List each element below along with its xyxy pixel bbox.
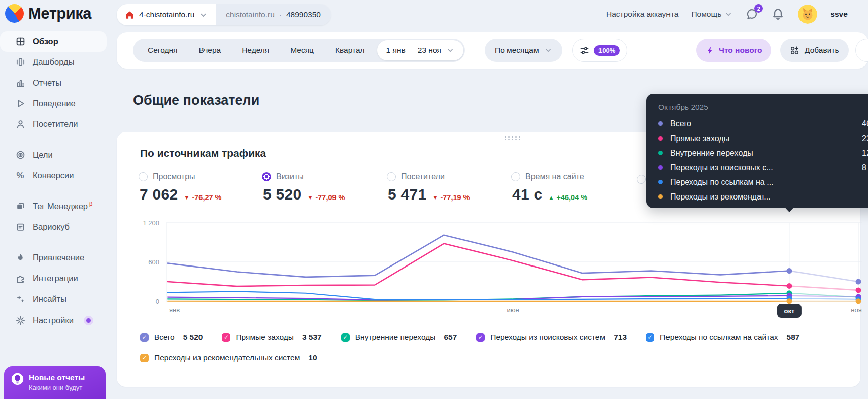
metric-radio[interactable] — [387, 172, 396, 181]
arrow-down-icon: ▼ — [308, 194, 313, 201]
metric-value: 5 471 — [388, 186, 427, 203]
metric-radio[interactable] — [262, 172, 271, 181]
dashboards-icon — [15, 57, 25, 68]
sidebar-item-settings[interactable]: Настройки — [0, 310, 107, 331]
legend-value: 5 520 — [183, 332, 203, 342]
legend-item-1[interactable]: ✓Всего5 520 — [140, 332, 203, 342]
tooltip-series-value: 23 — [862, 134, 868, 143]
chevron-down-icon — [544, 46, 552, 54]
add-widget-button[interactable]: Добавить — [780, 39, 849, 62]
sidebar-item-label: Цели — [33, 150, 53, 160]
sidebar-item-reports[interactable]: Отчеты — [0, 73, 107, 93]
new-indicator-dot — [86, 318, 91, 323]
metric-value-row: 5 471▼-77,19 % — [387, 186, 470, 203]
legend-item-2[interactable]: ✓Прямые заходы3 537 — [222, 332, 321, 342]
date-range-picker[interactable]: 1 янв — 23 ноя — [377, 40, 463, 60]
sampling-badge: 100% — [594, 45, 620, 56]
period-tab-4[interactable]: Месяц — [280, 39, 324, 62]
metric-value-row: 5 520▼-77,09 % — [262, 186, 345, 203]
legend-item-6[interactable]: ✓Переходы из рекомендательных систем10 — [140, 353, 317, 362]
legend-checkbox[interactable]: ✓ — [646, 333, 654, 342]
promo-title: Новые отчеты — [29, 373, 85, 383]
sidebar-item-conversions[interactable]: %Конверсии — [0, 165, 107, 186]
legend-item-3[interactable]: ✓Внутренние переходы657 — [341, 332, 457, 342]
sidebar-item-label: Инсайты — [33, 294, 66, 304]
legend-item-4[interactable]: ✓Переходы из поисковых систем713 — [476, 332, 627, 342]
tagmanager-icon — [15, 201, 25, 211]
metric-delta: ▲+46,04 % — [549, 193, 588, 202]
metric-label: Визиты — [276, 172, 304, 181]
counter-info[interactable]: chistotainfo.ru · 48990350 — [216, 4, 331, 25]
counter-pill: 4-chistotainfo.ru chistotainfo.ru · 4899… — [117, 4, 331, 25]
help-menu[interactable]: Помощь — [691, 10, 732, 19]
delta-value: -76,27 % — [192, 193, 221, 202]
separator: · — [279, 10, 282, 19]
user-name[interactable]: ssve — [830, 10, 847, 19]
visitors-icon — [15, 119, 25, 129]
period-tab-2[interactable]: Вчера — [188, 39, 231, 62]
period-tab-3[interactable]: Неделя — [231, 39, 280, 62]
arrow-up-icon: ▲ — [549, 194, 554, 201]
sampling-settings-button[interactable]: 100% — [572, 39, 627, 62]
notifications-button[interactable] — [772, 8, 785, 21]
period-tab-5[interactable]: Квартал — [324, 39, 375, 62]
sidebar-item-visitors[interactable]: Посетители — [0, 114, 107, 135]
legend-checkbox[interactable]: ✓ — [341, 333, 350, 342]
period-tab-1[interactable]: Сегодня — [137, 39, 188, 62]
legend-value: 3 537 — [302, 332, 322, 342]
messages-button[interactable]: 2 — [746, 8, 759, 21]
sidebar-item-label: Интеграции — [33, 274, 78, 283]
legend-checkbox[interactable]: ✓ — [140, 354, 149, 362]
sidebar: ОбзорДашбордыОтчетыПоведениеПосетителиЦе… — [0, 28, 110, 399]
user-avatar[interactable] — [798, 5, 817, 24]
account-settings-link[interactable]: Настройка аккаунта — [606, 10, 678, 19]
sidebar-item-acquisition[interactable]: Привлечение — [0, 247, 107, 268]
grouping-select[interactable]: По месяцам — [485, 39, 562, 62]
legend-item-5[interactable]: ✓Переходы по ссылкам на сайтах587 — [646, 332, 799, 342]
sidebar-item-label: Поведение — [33, 99, 76, 108]
sidebar-item-variocube[interactable]: Вариокуб — [0, 217, 107, 237]
sidebar-item-overview[interactable]: Обзор — [0, 31, 107, 52]
current-counter-name: 4-chistotainfo.ru — [139, 10, 194, 19]
add-grid-icon — [790, 46, 799, 55]
metrika-logo[interactable]: Метрика — [5, 4, 91, 23]
kebab-menu-icon — [866, 46, 868, 55]
period-segmented-control: СегодняВчераНеделяМесяцКвартал 1 янв — 2… — [133, 39, 465, 62]
legend-checkbox[interactable]: ✓ — [476, 333, 485, 342]
messages-badge: 2 — [754, 4, 763, 13]
series-dot — [658, 151, 663, 155]
sidebar-item-behavior[interactable]: Поведение — [0, 93, 107, 114]
metric-label: Время на сайте — [525, 172, 584, 181]
legend-checkbox[interactable]: ✓ — [222, 333, 230, 342]
sidebar-item-tag-manager[interactable]: Тег Менеджерβ — [0, 195, 107, 216]
sidebar-item-integrations[interactable]: Интеграции — [0, 268, 107, 289]
metric-radio[interactable] — [139, 172, 148, 181]
widget-drag-handle[interactable] — [505, 136, 521, 140]
tooltip-row-5: Переходы по ссылкам на ... — [658, 175, 868, 189]
legend-checkbox[interactable]: ✓ — [140, 333, 149, 342]
bulb-icon — [11, 373, 24, 385]
new-reports-promo-banner[interactable]: Новые отчеты Какими они будут — [4, 366, 106, 399]
tooltip-series-value: 46 — [862, 119, 868, 128]
legend-label: Переходы из поисковых систем — [490, 332, 605, 342]
counter-switcher[interactable]: 4-chistotainfo.ru — [117, 4, 216, 25]
sidebar-item-goals[interactable]: Цели — [0, 145, 107, 165]
metric-radio-hidden[interactable] — [637, 175, 646, 184]
sidebar-item-dashboards[interactable]: Дашборды — [0, 52, 107, 73]
metric-radio[interactable] — [511, 172, 520, 181]
metrika-overview-page: Метрика 4-chistotainfo.ru chistotainfo.r… — [0, 0, 868, 399]
tooltip-row-4: Переходы из поисковых с...8 — [658, 160, 868, 175]
metric-head: Время на сайте — [511, 172, 587, 181]
lightning-icon — [706, 46, 714, 55]
sidebar-item-label: Дашборды — [33, 57, 75, 67]
whats-new-button[interactable]: Что нового — [696, 39, 771, 62]
tooltip-row-1: Всего46 — [658, 116, 868, 131]
legend-label: Переходы из рекомендательных систем — [154, 353, 300, 362]
sidebar-item-label: Вариокуб — [33, 222, 70, 232]
more-button[interactable] — [855, 39, 868, 62]
sidebar-item-insights[interactable]: Инсайты — [0, 289, 107, 309]
tooltip-row-2: Прямые заходы23 — [658, 131, 868, 146]
help-label: Помощь — [691, 10, 721, 19]
metric-1: Просмотры7 062▼-76,27 % — [139, 172, 222, 203]
metrika-logo-icon — [5, 4, 24, 23]
